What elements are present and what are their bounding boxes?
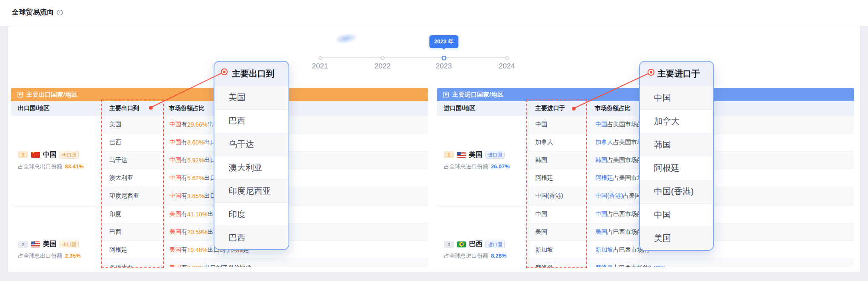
share-text: 有 [181,192,187,200]
clipboard-list-icon [17,91,23,98]
country-group-cell: 1 中国 出口国 占全球总出口份额 83.41% [11,116,103,205]
market-share-cell: 中国有 8.60% 出口到了巴西 [162,133,428,151]
share-text: 有 [181,228,187,236]
market-share-cell: 新加坡占巴西市场的 [588,241,854,258]
country-group-cell: 2 巴西 进口国 占全球总进口份额 8.26% [437,205,528,267]
usa-flag-icon [457,152,466,158]
import-column-popup: 主要进口于 中国 加拿大 韩国 阿根廷 中国(香港) 中国 美国 [639,61,714,251]
rank-badge: 2 [18,241,28,248]
page-header: 全球贸易流向 [0,0,868,26]
popup-list-item[interactable]: 澳大利亚 [214,156,288,179]
popup-list-item[interactable]: 阿根廷 [640,156,713,179]
global-share-line: 占全球总出口份额 83.41% [18,163,102,170]
country-group-cell: 1 美国 进口国 占全球总进口份额 26.07% [437,116,528,205]
global-share-label: 占全球总出口份额 [18,163,64,170]
global-share-line: 占全球总进口份额 26.07% [444,163,528,170]
popup-list-item[interactable]: 韩国 [640,133,713,156]
country-line: 1 中国 出口国 [18,150,102,159]
share-country: 美国 [169,264,181,267]
global-share-line: 占全球总出口份额 2.35% [18,252,102,260]
year-label-2021[interactable]: 2021 [312,62,328,71]
clipboard-list-icon [443,91,449,98]
share-country: 中国 [169,121,181,128]
popup-list-item[interactable]: 中国 [640,203,713,227]
year-dot-2022[interactable] [381,56,385,60]
share-country: 美国 [169,210,181,218]
share-text: 占巴西市场的 [607,228,643,236]
column-header: 进口国/地区 [437,101,528,116]
import-column-marker-dot [572,107,576,111]
country-group-cell: 2 美国 出口国 占全球总出口份额 2.35% [11,205,103,267]
share-text: 占巴西市场的 [607,210,643,218]
popup-list-item[interactable]: 印度 [214,202,288,226]
export-popup-list: 美国 巴西 乌干达 澳大利亚 印度尼西亚 印度 巴西 [214,86,288,249]
share-text: 有 [181,139,187,146]
market-share-cell: 中国有 3.65% 出口到了印度尼西亚 [162,187,428,204]
red-target-icon [221,68,228,75]
market-share-cell: 中国有 5.62% 出口到了澳大利亚 [162,169,428,187]
popup-list-item[interactable]: 乌干达 [214,133,288,156]
share-text: 占美国市场的 [607,121,643,128]
global-share-label: 占全球总进口份额 [444,163,490,170]
global-trade-flow-page: 全球贸易流向 2021202220232024 2023 年 主要出口国家/地区… [0,0,868,281]
market-share-cell: 韩国占美国市场的 [588,151,854,169]
country-name: 中国 [43,150,57,159]
year-tooltip-arrow [441,47,446,50]
popup-list-item[interactable]: 中国(香港) [640,180,713,203]
share-percent: 3.65% [187,193,204,199]
share-country: 中国 [169,139,181,146]
share-country: 美国 [169,246,181,254]
popup-list-item[interactable]: 美国 [214,86,288,109]
global-share-value: 26.07% [491,163,510,170]
popup-list-item[interactable]: 加拿大 [640,109,713,133]
brazil-flag-icon [457,241,466,247]
year-tooltip: 2023 年 [429,35,458,48]
share-percent: 1.09% [649,264,666,267]
global-share-line: 占全球总进口份额 8.26% [444,252,528,260]
import-table-title: 主要进口国家/地区 [452,91,503,99]
china-flag-icon [31,152,40,158]
country-line: 2 美国 出口国 [18,240,102,249]
rank-badge: 1 [18,151,28,158]
year-dot-2024[interactable] [505,56,509,60]
country-line: 2 巴西 进口国 [444,240,528,249]
share-text: 有 [181,210,187,218]
export-table-title: 主要出口国家/地区 [26,91,77,99]
share-country: 中国 [595,210,607,218]
info-circle-icon[interactable] [57,9,63,16]
year-label-2022[interactable]: 2022 [374,62,391,71]
usa-flag-icon [31,241,40,247]
global-share-value: 83.41% [65,163,84,170]
share-percent: 8.60% [187,139,204,146]
year-label-2024[interactable]: 2024 [499,62,515,71]
year-dot-2021[interactable] [318,56,322,60]
share-text: 占巴西市场的 [613,264,649,267]
popup-list-item[interactable]: 巴西 [214,109,288,133]
role-badge: 出口国 [60,241,79,248]
popup-list-item[interactable]: 美国 [640,227,713,250]
year-slider-track[interactable] [320,57,507,58]
share-country: 中国(香港) [595,192,623,200]
global-share-value: 8.26% [491,253,507,259]
market-share-cell: 中国占巴西市场的 [588,205,854,223]
popup-list-item[interactable]: 印度尼西亚 [214,179,288,202]
market-share-cell: 中国占美国市场的 [588,116,854,133]
column-header: 市场份额占比 [588,101,854,116]
share-country: 美国 [169,228,181,236]
red-target-icon [648,69,654,76]
year-dot-2023[interactable] [442,56,446,60]
share-country: 中国 [169,174,181,182]
year-label-2023[interactable]: 2023 [436,62,452,71]
global-share-label: 占全球总出口份额 [18,253,64,259]
share-text: 有 [181,264,187,267]
page-title: 全球贸易流向 [12,8,54,17]
country-name: 美国 [43,240,57,249]
popup-list-item[interactable]: 中国 [640,86,713,109]
popup-list-item[interactable]: 巴西 [214,226,288,249]
market-share-cell: 美国占巴西市场的 [588,223,854,241]
rank-badge: 1 [444,151,454,158]
share-percent: 8.82% [187,264,204,267]
page-title-row: 全球贸易流向 [12,8,63,17]
import-column-highlight [526,99,587,268]
share-text: 有 [181,246,187,254]
